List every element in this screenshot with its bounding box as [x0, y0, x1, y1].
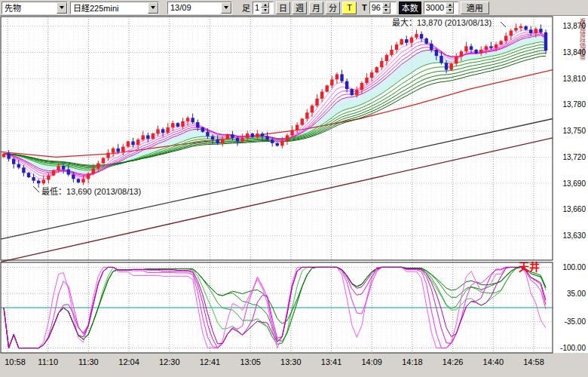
svg-text:100.00: 100.00 — [562, 263, 586, 271]
svg-text:12:04: 12:04 — [118, 357, 139, 366]
period-day-button[interactable]: 日 — [276, 2, 290, 14]
period-tick-button[interactable]: T — [342, 2, 357, 14]
bars-label: 本数 — [399, 2, 421, 14]
min-label: 最低：13,690 (2013/08/13) — [41, 187, 141, 196]
svg-text:12:30: 12:30 — [159, 357, 180, 366]
svg-text:13,690: 13,690 — [562, 179, 586, 188]
svg-text:-100.00: -100.00 — [560, 344, 586, 352]
svg-text:14:18: 14:18 — [402, 357, 423, 366]
tick-count-value: 96 — [370, 2, 382, 14]
minute-stepper[interactable]: 1 — [253, 2, 274, 14]
instrument-select[interactable]: 日経225mini — [70, 2, 159, 14]
stepper-arrows[interactable] — [382, 2, 390, 14]
period-month-button[interactable]: 月 — [309, 2, 323, 14]
tick-label: T — [362, 3, 367, 12]
svg-text:14:40: 14:40 — [483, 357, 504, 366]
svg-text:13,810: 13,810 — [562, 75, 586, 83]
category-select[interactable]: 先物 — [2, 2, 68, 14]
minute-stepper-value: 1 — [253, 2, 261, 14]
svg-text:13,870: 13,870 — [562, 22, 586, 30]
svg-text:13:30: 13:30 — [280, 357, 302, 366]
svg-text:14:09: 14:09 — [361, 357, 382, 366]
tick-count-stepper[interactable]: 96 — [369, 2, 397, 14]
period-minute-button[interactable]: 分 — [326, 2, 340, 14]
svg-text:13,660: 13,660 — [562, 205, 586, 213]
bars-count-value: 3000 — [424, 2, 446, 14]
price-chart[interactable]: 最大：13,870 (2013/08/13)最低：13,690 (2013/08… — [0, 16, 588, 377]
instrument-select-value: 日経225mini — [71, 2, 148, 14]
svg-text:35.00: 35.00 — [567, 290, 586, 298]
bars-count-stepper[interactable]: 3000 — [424, 2, 458, 14]
chevron-down-icon[interactable] — [57, 2, 67, 14]
svg-text:13,840: 13,840 — [562, 48, 586, 57]
apply-button[interactable]: 適用 — [461, 2, 489, 14]
svg-text:13:05: 13:05 — [240, 357, 261, 366]
period-label: 足 — [242, 2, 250, 14]
category-select-value: 先物 — [2, 2, 57, 14]
stepper-arrows[interactable] — [446, 2, 454, 14]
period-week-button[interactable]: 週 — [292, 2, 307, 14]
svg-text:11:10: 11:10 — [38, 357, 58, 366]
toolbar: 先物 日経225mini 13/09 足 1 日 週 月 分 T T 96 本数… — [0, 0, 588, 16]
svg-text:13,780: 13,780 — [562, 100, 586, 109]
svg-text:13,750: 13,750 — [562, 127, 586, 135]
contract-select-value: 13/09 — [168, 3, 221, 12]
svg-text:12:41: 12:41 — [200, 357, 221, 366]
stepper-arrows[interactable] — [261, 2, 269, 14]
svg-text:-35.00: -35.00 — [565, 317, 586, 326]
svg-text:13:41: 13:41 — [321, 357, 342, 366]
svg-text:13,630: 13,630 — [562, 231, 586, 240]
svg-text:13,720: 13,720 — [562, 153, 586, 161]
svg-text:10:58: 10:58 — [5, 357, 26, 366]
max-label: 最大：13,870 (2013/08/13) — [392, 17, 492, 27]
chart-region: 最大：13,870 (2013/08/13)最低：13,690 (2013/08… — [0, 16, 588, 377]
chevron-down-icon[interactable] — [221, 2, 231, 14]
svg-text:11:30: 11:30 — [78, 357, 99, 366]
contract-select[interactable]: 13/09 — [167, 2, 232, 14]
chevron-down-icon[interactable] — [148, 2, 158, 14]
svg-text:14:26: 14:26 — [443, 357, 464, 366]
svg-text:14:58: 14:58 — [523, 357, 544, 366]
